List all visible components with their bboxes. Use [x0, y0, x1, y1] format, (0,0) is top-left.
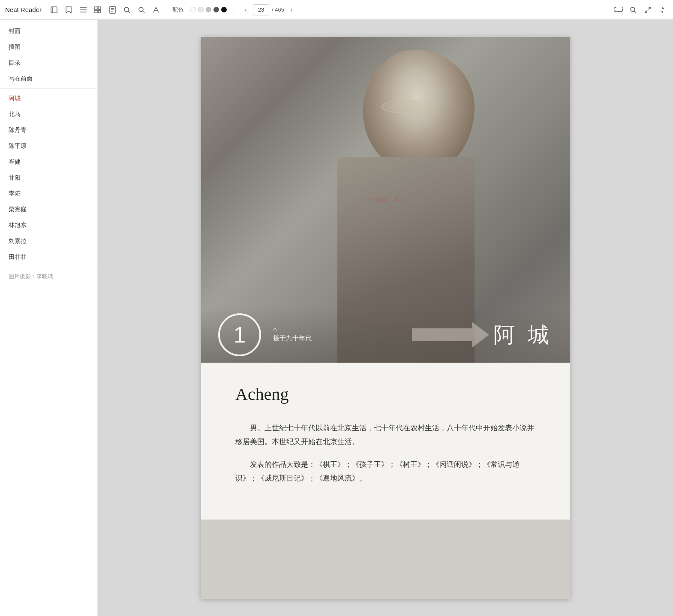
- sidebar-divider-1: [0, 88, 97, 89]
- search-small-icon[interactable]: [121, 4, 132, 15]
- app-title: Neat Reader: [5, 6, 42, 13]
- glasses-right: [391, 100, 430, 113]
- svg-point-15: [139, 7, 143, 12]
- svg-rect-6: [98, 7, 101, 9]
- menu-icon[interactable]: [78, 4, 89, 15]
- toolbar-right: [613, 4, 668, 15]
- page-total: / 465: [272, 6, 284, 13]
- grid-icon[interactable]: [92, 4, 103, 15]
- text-content: Acheng 男。上世纪七十年代以前在北京生活，七十年代在农村生活，八十年代中开…: [201, 363, 570, 520]
- bio-text: 男。上世纪七十年代以前在北京生活，七十年代在农村生活，八十年代中开始发表小说并移…: [235, 421, 535, 485]
- svg-rect-5: [95, 7, 97, 9]
- collapse-icon[interactable]: [657, 4, 668, 15]
- chapter-arrow-section: 阿 城: [412, 320, 553, 350]
- chapter-arrow: [412, 320, 489, 350]
- sidebar-item-illustrations[interactable]: 插图: [0, 39, 97, 55]
- sidebar-item-preface[interactable]: 写在前面: [0, 71, 97, 87]
- toolbar: Neat Reader: [0, 0, 673, 20]
- color-picker: [190, 7, 227, 12]
- svg-point-18: [631, 7, 635, 12]
- search-right-icon[interactable]: [628, 4, 639, 15]
- color-label: 配色: [172, 6, 183, 14]
- photo-section: 扫描版，均 1 ⊙→ 摄于九十年代 阿 城: [201, 37, 570, 363]
- cloud-icon[interactable]: [613, 4, 624, 15]
- toolbar-separator-1: [167, 5, 167, 15]
- watermark: 扫描版，均: [370, 196, 400, 204]
- svg-point-13: [124, 7, 129, 12]
- svg-line-14: [128, 11, 130, 13]
- chapter-subtitle-text: 摄于九十年代: [273, 334, 312, 343]
- sidebar-item-lin-xudong[interactable]: 林旭东: [0, 217, 97, 233]
- chapter-overlay: 1 ⊙→ 摄于九十年代 阿 城: [201, 307, 570, 363]
- main-content: 封面 插图 目录 写在前面 阿城 北岛 陈丹青 陈平原 崔健 甘阳 李陀 栗宪庭…: [0, 20, 673, 616]
- sidebar-item-li-tuo[interactable]: 李陀: [0, 186, 97, 201]
- sidebar-item-tian-zhuangzhuang[interactable]: 田壮壮: [0, 249, 97, 265]
- reader-area[interactable]: 扫描版，均 1 ⊙→ 摄于九十年代 阿 城: [98, 20, 673, 616]
- color-medium-gray[interactable]: [206, 7, 211, 12]
- chapter-number: 1: [234, 324, 246, 346]
- bio-paragraph-1: 男。上世纪七十年代以前在北京生活，七十年代在农村生活，八十年代中开始发表小说并移…: [235, 421, 535, 449]
- doc-icon[interactable]: [107, 4, 118, 15]
- book-icon[interactable]: [48, 4, 60, 15]
- color-dark-gray[interactable]: [213, 7, 219, 12]
- svg-line-19: [634, 11, 636, 13]
- sidebar-photo-credit: 图片摄影：李晓斌: [0, 269, 97, 284]
- expand-icon[interactable]: [642, 4, 653, 15]
- color-black[interactable]: [221, 7, 227, 12]
- svg-line-16: [143, 11, 144, 13]
- next-page-button[interactable]: ›: [287, 5, 296, 15]
- chapter-subtitle: ⊙→ 摄于九十年代: [268, 327, 312, 343]
- author-name-en: Acheng: [235, 384, 535, 404]
- chapter-subtitle-icon: ⊙→: [273, 327, 312, 333]
- sidebar-item-toc[interactable]: 目录: [0, 55, 97, 71]
- sidebar-item-liu-suola[interactable]: 刘索拉: [0, 233, 97, 249]
- svg-rect-8: [98, 10, 101, 13]
- toolbar-separator-2: [234, 5, 234, 15]
- prev-page-button[interactable]: ‹: [241, 5, 250, 15]
- color-light-gray[interactable]: [198, 7, 204, 12]
- bookmark-icon[interactable]: [63, 4, 74, 15]
- chapter-number-circle: 1: [218, 313, 261, 356]
- bio-paragraph-2: 发表的作品大致是：《棋王》；《孩子王》；《树王》；《闲话闲说》；《常识与通识》；…: [235, 458, 535, 486]
- sidebar-item-chen-danqing[interactable]: 陈丹青: [0, 122, 97, 138]
- sidebar-item-cover[interactable]: 封面: [0, 23, 97, 39]
- sidebar-item-acheng[interactable]: 阿城: [0, 90, 97, 106]
- page-number-input[interactable]: 23: [253, 4, 269, 15]
- page-container: 扫描版，均 1 ⊙→ 摄于九十年代 阿 城: [201, 37, 570, 599]
- sidebar-item-li-xianting[interactable]: 栗宪庭: [0, 201, 97, 217]
- sidebar: 封面 插图 目录 写在前面 阿城 北岛 陈丹青 陈平原 崔健 甘阳 李陀 栗宪庭…: [0, 20, 98, 616]
- chapter-title-cn: 阿 城: [493, 321, 553, 349]
- color-white[interactable]: [190, 7, 196, 12]
- svg-rect-7: [95, 10, 97, 13]
- search-large-icon[interactable]: [136, 4, 147, 15]
- sidebar-item-beidao[interactable]: 北岛: [0, 106, 97, 122]
- page-navigation: ‹ 23 / 465 ›: [241, 4, 296, 15]
- sidebar-item-cui-jian[interactable]: 崔健: [0, 154, 97, 170]
- svg-rect-0: [51, 7, 57, 13]
- sidebar-item-chen-pingyuan[interactable]: 陈平原: [0, 138, 97, 154]
- sidebar-item-gan-yang[interactable]: 甘阳: [0, 170, 97, 186]
- sidebar-divider-2: [0, 267, 97, 267]
- font-size-icon[interactable]: [150, 4, 162, 15]
